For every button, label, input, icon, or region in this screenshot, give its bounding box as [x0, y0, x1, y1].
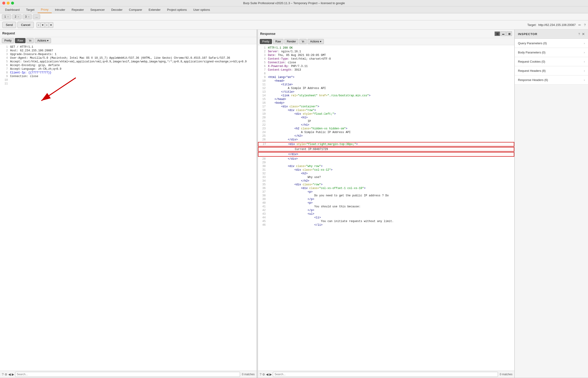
- request-actions-btn[interactable]: Actions ▾: [35, 38, 51, 43]
- menu-item-decoder[interactable]: Decoder: [108, 7, 126, 13]
- main-content: Request Pretty Raw \n Actions ▾ 1GET / H…: [0, 30, 588, 378]
- cancel-button[interactable]: Cancel: [17, 22, 33, 28]
- menu-item-target[interactable]: Target: [23, 7, 38, 13]
- inspector-section-label-2: Request Cookies (0): [518, 60, 545, 63]
- response-nav-back[interactable]: ◀: [266, 373, 269, 376]
- nav-forward2-button[interactable]: ▾: [49, 22, 53, 28]
- response-raw-btn[interactable]: Raw: [273, 39, 284, 44]
- request-gear-icon[interactable]: ⚙: [5, 373, 7, 376]
- view-split-btn[interactable]: ▤: [495, 31, 500, 36]
- response-nav-fwd[interactable]: ▶: [269, 373, 272, 376]
- response-line-33: 33 Why use?: [258, 176, 515, 179]
- inspector-section-1[interactable]: Body Parameters (0)›: [515, 48, 588, 57]
- tab-3[interactable]: 3×: [23, 14, 32, 19]
- nav-back-button[interactable]: ‹: [37, 22, 41, 28]
- request-panel: Request Pretty Raw \n Actions ▾ 1GET / H…: [0, 30, 257, 378]
- view-right-btn[interactable]: ▧: [506, 31, 512, 36]
- response-search-bar: ? ⚙ ◀ ▶ 0 matches: [258, 371, 515, 378]
- response-line-21: 21 IP: [258, 120, 515, 123]
- response-line-28: 28 </div>: [258, 157, 515, 161]
- request-nav-fwd[interactable]: ▶: [12, 373, 14, 376]
- request-newline-btn[interactable]: \n: [26, 38, 34, 43]
- menu-item-proxy[interactable]: Proxy: [38, 6, 52, 13]
- edit-icon[interactable]: ✏: [578, 23, 581, 27]
- request-panel-header: Request: [0, 30, 257, 37]
- menu-item-dashboard[interactable]: Dashboard: [2, 7, 23, 13]
- request-line-9: 9Connection: close: [0, 75, 257, 78]
- tab-2[interactable]: 2×: [12, 14, 22, 19]
- help-icon[interactable]: ?: [584, 23, 586, 27]
- response-line-31: 31 <div class="col-xs-12">: [258, 168, 515, 172]
- target-info: Target: http://62.234.155.106:20087 ✏ ?: [527, 23, 586, 27]
- request-nav-back[interactable]: ◀: [8, 373, 11, 376]
- titlebar: Burp Suite Professional v2020.11.3 – Tem…: [0, 0, 588, 6]
- request-line-7: 7Accept-Language: zh-CN,zh;q=0.9: [0, 67, 257, 71]
- request-line-5: 5Accept: text/html,application/xhtml+xml…: [0, 60, 257, 64]
- window-controls: [2, 2, 14, 5]
- request-line-2: 2Host: 62.234.155.106:20087: [0, 49, 257, 53]
- inspector-section-label-4: Response Headers (6): [518, 78, 548, 82]
- response-help-icon[interactable]: ?: [260, 373, 262, 376]
- response-line-16: 16 <body>: [258, 101, 515, 105]
- response-gear-icon[interactable]: ⚙: [262, 373, 265, 376]
- inspector-section-3[interactable]: Request Headers (8)›: [515, 66, 588, 75]
- menu-item-project-options[interactable]: Project options: [164, 7, 190, 13]
- response-line-20: 20 <h1>: [258, 116, 515, 120]
- view-top-btn[interactable]: ▬: [501, 31, 506, 36]
- inspector-section-0[interactable]: Query Parameters (0)›: [515, 39, 588, 48]
- inspector-sections: Query Parameters (0)›Body Parameters (0)…: [515, 39, 588, 85]
- inspector-section-2[interactable]: Request Cookies (0)›: [515, 57, 588, 66]
- request-line-4: 4User-Agent: Mozilla/5.0 (Macintosh; Int…: [0, 56, 257, 60]
- inspector-chevron-3: ›: [584, 69, 585, 72]
- nav-forward-button[interactable]: ›: [45, 22, 49, 28]
- window-title: Burp Suite Professional v2020.11.3 – Tem…: [243, 1, 345, 5]
- tab-4[interactable]: ...: [33, 14, 40, 19]
- response-line-46: 46 </li>: [258, 223, 515, 227]
- tab-close-3[interactable]: ×: [28, 15, 29, 18]
- response-line-27: 27 <div style="float:right;margin-top:30…: [258, 142, 515, 147]
- response-line-35: 35 <div class="row">: [258, 183, 515, 187]
- response-line-27b: Current IP:604871729: [258, 147, 515, 152]
- tab-close-2[interactable]: ×: [18, 15, 19, 18]
- response-line-42: 42 </p>: [258, 208, 515, 212]
- response-line-12: 12 A Simple IP Address API: [258, 86, 515, 90]
- nav-back2-button[interactable]: ▾: [41, 22, 45, 28]
- send-button[interactable]: Send: [2, 22, 16, 28]
- menu-item-extender[interactable]: Extender: [145, 7, 164, 13]
- request-panel-toolbar: Pretty Raw \n Actions ▾: [0, 37, 257, 44]
- tab-1[interactable]: 1×: [2, 14, 11, 19]
- inspector-section-4[interactable]: Response Headers (6)›: [515, 75, 588, 85]
- menu-item-comparer[interactable]: Comparer: [126, 7, 145, 13]
- response-actions-btn[interactable]: Actions ▾: [308, 39, 324, 44]
- inspector-title: INSPECTOR: [518, 32, 537, 36]
- response-line-34: 34 </h2>: [258, 179, 515, 183]
- inspector-help-icon[interactable]: ?: [578, 32, 580, 36]
- close-button[interactable]: [2, 2, 5, 5]
- response-line-26: 26 </div>: [258, 138, 515, 142]
- inspector-chevron-4: ›: [584, 79, 585, 82]
- tab-close-1[interactable]: ×: [7, 15, 9, 18]
- response-panel: Response ▤ ▬ ▧ Pretty Raw Render \n Acti…: [258, 30, 515, 378]
- request-search-input[interactable]: [15, 372, 240, 377]
- maximize-button[interactable]: [11, 2, 14, 5]
- minimize-button[interactable]: [7, 2, 10, 5]
- menu-item-repeater[interactable]: Repeater: [69, 7, 87, 13]
- response-panel-toolbar: Pretty Raw Render \n Actions ▾: [258, 38, 515, 45]
- request-raw-btn[interactable]: Raw: [15, 38, 26, 43]
- response-render-btn[interactable]: Render: [284, 39, 298, 44]
- menu-item-user-options[interactable]: User options: [190, 7, 213, 13]
- response-line-15: 15 </head>: [258, 97, 515, 101]
- menu-item-intruder[interactable]: Intruder: [52, 7, 69, 13]
- response-line-7: 7Content-Length: 3913: [258, 68, 515, 72]
- request-help-icon[interactable]: ?: [2, 373, 4, 376]
- response-pretty-btn[interactable]: Pretty: [260, 39, 272, 44]
- inspector-close-icon[interactable]: ✕: [582, 32, 585, 36]
- request-line-3: 3Upgrade-Insecure-Requests: 1: [0, 53, 257, 56]
- request-matches-count: 0 matches: [242, 373, 255, 376]
- request-line-6: 6Accept-Encoding: gzip, deflate: [0, 64, 257, 67]
- response-line-44: 44 <li>: [258, 216, 515, 219]
- response-newline-btn[interactable]: \n: [299, 39, 307, 44]
- request-pretty-btn[interactable]: Pretty: [2, 38, 14, 43]
- response-search-input[interactable]: [273, 372, 498, 377]
- menu-item-sequencer[interactable]: Sequencer: [87, 7, 108, 13]
